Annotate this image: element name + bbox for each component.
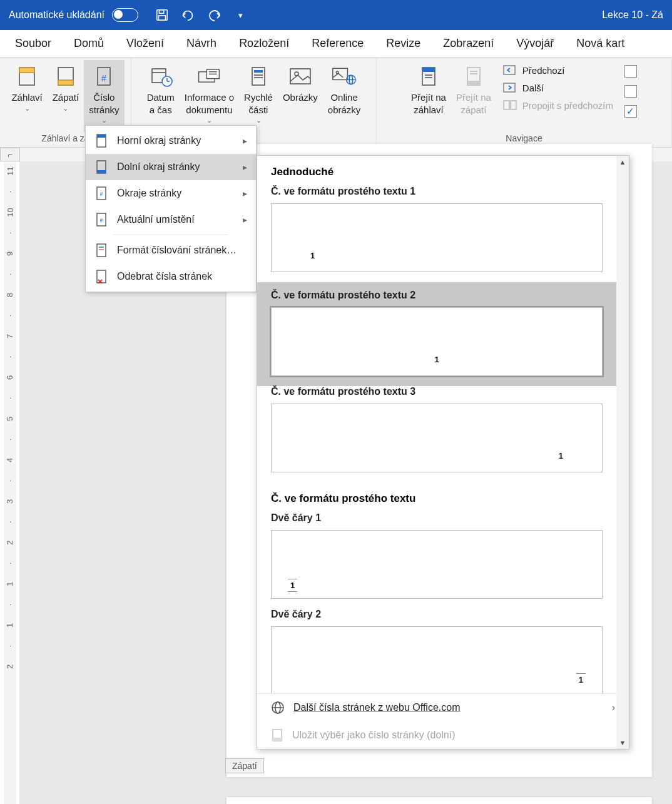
tab-soubor[interactable]: Soubor <box>4 31 63 56</box>
goto-footer-icon <box>461 64 486 89</box>
page-2[interactable] <box>227 797 652 804</box>
doc-title: Lekce 10 - Zá <box>602 9 663 21</box>
menu-separator <box>113 235 228 235</box>
group-label-hf: Záhlaví a zá <box>41 132 89 147</box>
svg-rect-24 <box>333 68 348 79</box>
chevron-right-icon: ▸ <box>243 188 247 198</box>
tab-vyvojar[interactable]: Vývojář <box>505 31 565 56</box>
page-number-menu: Horní okraj stránky ▸ Dolní okraj stránk… <box>85 125 257 292</box>
menu-format-numbers[interactable]: Formát číslování stránek… <box>86 237 256 263</box>
pictures-icon <box>288 64 313 89</box>
svg-rect-19 <box>254 70 263 73</box>
svg-rect-6 <box>58 80 73 85</box>
tab-domu[interactable]: Domů <box>63 31 115 56</box>
chevron-right-icon: › <box>612 702 615 713</box>
predchozi-button[interactable]: Předchozí <box>502 64 613 76</box>
online-obrazky-button[interactable]: Online obrázky <box>323 60 366 132</box>
gallery-item-plain-1[interactable]: Č. ve formátu prostého textu 1 1 <box>257 186 616 282</box>
checkbox-3[interactable]: ✓ <box>624 105 637 118</box>
tab-vlozeni[interactable]: Vložení <box>115 31 175 56</box>
svg-rect-39 <box>504 101 509 109</box>
zahlavi-button[interactable]: Záhlaví⌄ <box>6 60 47 132</box>
gallery-item-plain-2[interactable]: Č. ve formátu prostého textu 2 1 <box>257 282 616 386</box>
page-margins-icon: # <box>94 186 108 200</box>
cislo-stranky-button[interactable]: # Číslo stránky⌄ <box>84 60 124 132</box>
gallery-preview: 1 <box>271 404 603 472</box>
svg-rect-4 <box>19 68 34 73</box>
menu-bottom-of-page[interactable]: Dolní okraj stránky ▸ <box>86 154 256 180</box>
gallery-footer: Další čísla stránek z webu Office.com › … <box>257 693 629 749</box>
quick-parts-icon <box>246 64 271 89</box>
ruler-corner: ⌐ <box>0 148 20 161</box>
tabs: Soubor Domů Vložení Návrh Rozložení Refe… <box>0 30 672 58</box>
redo-icon[interactable] <box>207 8 222 23</box>
footer-tag: Zápatí <box>225 758 264 773</box>
gallery-item-two-lines-1[interactable]: Dvě čáry 1 1 <box>257 512 616 609</box>
remove-icon <box>94 270 108 283</box>
gallery-more-office[interactable]: Další čísla stránek z webu Office.com › <box>257 694 629 721</box>
informace-button[interactable]: Informace o dokumentu⌄ <box>180 60 239 132</box>
footer-icon <box>53 64 78 89</box>
tab-reference[interactable]: Reference <box>300 31 375 56</box>
qat-customize-icon[interactable]: ▾ <box>233 8 248 23</box>
chevron-right-icon: ▸ <box>243 215 247 225</box>
chevron-right-icon: ▸ <box>243 162 247 172</box>
prejit-zapati-button[interactable]: Přejít na zápatí <box>451 60 496 132</box>
gallery-section-plain: Č. ve formátu prostého textu <box>257 482 616 512</box>
gallery-scrollbar[interactable]: ▲ ▼ <box>616 156 629 749</box>
link-previous-icon <box>502 99 517 111</box>
scroll-down-icon[interactable]: ▼ <box>616 736 629 749</box>
save-selection-icon <box>271 728 283 742</box>
menu-page-margins[interactable]: # Okraje stránky ▸ <box>86 180 256 206</box>
svg-rect-37 <box>504 66 515 74</box>
dalsi-button[interactable]: Další <box>502 81 613 94</box>
svg-rect-30 <box>422 68 435 72</box>
vertical-ruler[interactable]: 11· 10· 9· 8· 7· 6· 5· 4· 3· 2· 1· 1· 2 <box>0 161 20 804</box>
zapati-button[interactable]: Zápatí⌄ <box>48 60 84 132</box>
svg-text:#: # <box>99 191 103 197</box>
gallery-preview: 1 <box>271 307 603 376</box>
propojit-button: Propojit s předchozím <box>502 99 613 111</box>
gallery-item-two-lines-2[interactable]: Dvě čáry 2 1 <box>257 609 616 693</box>
datum-button[interactable]: Datum a čas <box>142 60 180 132</box>
save-icon[interactable] <box>155 8 170 23</box>
obrazky-button[interactable]: Obrázky <box>278 60 323 132</box>
page-top-icon <box>94 134 108 148</box>
svg-rect-2 <box>158 16 165 20</box>
svg-rect-1 <box>159 10 163 14</box>
tab-revize[interactable]: Revize <box>375 31 432 56</box>
format-icon <box>94 243 108 257</box>
gallery-preview: 1 <box>271 530 603 599</box>
checkbox-2[interactable] <box>624 85 637 98</box>
rychle-casti-button[interactable]: Rychlé části⌄ <box>239 60 278 132</box>
scroll-up-icon[interactable]: ▲ <box>616 156 629 168</box>
tab-rozlozeni[interactable]: Rozložení <box>228 31 300 56</box>
svg-text:#: # <box>101 73 106 83</box>
globe-icon <box>271 701 285 715</box>
page-number-icon: # <box>91 64 116 89</box>
doc-info-icon <box>196 64 221 89</box>
svg-rect-44 <box>97 170 106 173</box>
titlebar: Automatické ukládání ▾ Lekce 10 - Zá <box>0 0 672 30</box>
menu-remove-numbers[interactable]: Odebrat čísla stránek <box>86 263 256 290</box>
gallery-section-simple: Jednoduché <box>257 156 616 186</box>
menu-top-of-page[interactable]: Horní okraj stránky ▸ <box>86 128 256 154</box>
svg-text:#: # <box>99 217 103 223</box>
goto-header-icon <box>416 64 441 89</box>
header-icon <box>14 64 39 89</box>
gallery-item-plain-3[interactable]: Č. ve formátu prostého textu 3 1 <box>257 386 616 482</box>
svg-rect-42 <box>97 135 106 138</box>
chevron-right-icon: ▸ <box>243 136 247 146</box>
svg-rect-34 <box>467 81 480 85</box>
menu-current-position[interactable]: # Aktuální umístění ▸ <box>86 206 256 233</box>
svg-rect-38 <box>504 83 515 92</box>
checkbox-1[interactable] <box>624 65 637 78</box>
autosave-toggle[interactable] <box>112 8 138 22</box>
undo-icon[interactable] <box>181 8 196 23</box>
tab-navrh[interactable]: Návrh <box>175 31 228 56</box>
svg-point-25 <box>336 71 339 74</box>
tab-zobrazeni[interactable]: Zobrazení <box>432 31 505 56</box>
prejit-zahlavi-button[interactable]: Přejít na záhlaví <box>406 60 451 132</box>
current-position-icon: # <box>94 213 108 226</box>
tab-nova[interactable]: Nová kart <box>565 31 636 56</box>
